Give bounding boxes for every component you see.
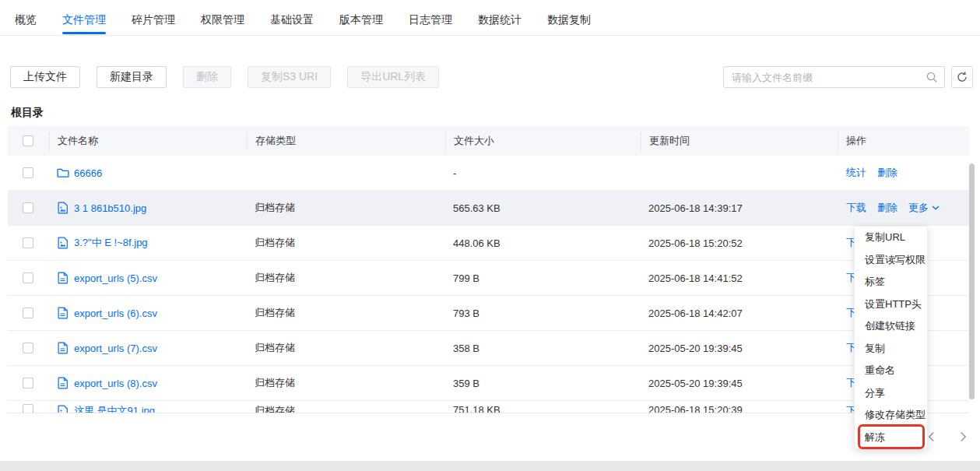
file-name-link[interactable]: export_urls (7).csv xyxy=(74,343,157,354)
image-file-icon xyxy=(57,202,69,214)
delete-link[interactable]: 删除 xyxy=(877,201,897,215)
tab-file-management[interactable]: 文件管理 xyxy=(62,13,106,27)
file-size-cell: 751.18 KB xyxy=(445,401,641,413)
next-page-button[interactable] xyxy=(960,431,967,442)
chevron-right-icon xyxy=(960,431,967,442)
tab-data-statistics[interactable]: 数据统计 xyxy=(478,13,522,27)
update-time-cell: 2025-06-18 14:39:17 xyxy=(641,202,838,214)
row-checkbox[interactable] xyxy=(23,343,33,353)
download-link[interactable]: 下载 xyxy=(846,201,866,215)
file-name-link[interactable]: export_urls (6).csv xyxy=(74,308,157,319)
file-size-cell: 448.06 KB xyxy=(445,237,641,249)
row-checkbox[interactable] xyxy=(23,378,33,388)
refresh-button[interactable] xyxy=(951,66,973,88)
table-header: 文件名称 存储类型 文件大小 更新时间 操作 xyxy=(8,126,969,156)
storage-type-cell: 归档存储 xyxy=(247,401,445,413)
row-checkbox[interactable] xyxy=(23,308,33,318)
tab-basic-settings[interactable]: 基础设置 xyxy=(270,13,314,27)
search-input[interactable] xyxy=(732,72,926,83)
update-time-cell: 2025-06-18 14:42:07 xyxy=(641,308,838,319)
row-checkbox[interactable] xyxy=(23,202,33,213)
more-actions-menu: 复制URL 设置读写权限 标签 设置HTTP头 创建软链接 复制 重命名 分享 … xyxy=(854,226,928,449)
file-size-cell: - xyxy=(445,167,641,179)
statistics-link[interactable]: 统计 xyxy=(846,166,866,180)
table-row: 3 1 861b510.jpg 归档存储 565.63 KB 2025-06-1… xyxy=(8,191,969,226)
table-row: 这里 是中文91.jpg 归档存储 751.18 KB 2025-06-18 1… xyxy=(8,401,969,413)
menu-item-set-rw-permission[interactable]: 设置读写权限 xyxy=(855,249,927,272)
toolbar: 上传文件 新建目录 删除 复制S3 URI 导出URL列表 xyxy=(10,66,973,88)
image-file-icon xyxy=(57,405,69,413)
update-time-cell: 2025-06-18 14:41:52 xyxy=(641,272,838,284)
prev-page-button[interactable] xyxy=(928,431,935,442)
upload-file-button[interactable]: 上传文件 xyxy=(10,66,80,88)
file-size-cell: 358 B xyxy=(445,343,641,354)
menu-item-share[interactable]: 分享 xyxy=(855,382,927,405)
file-name-link[interactable]: 3.?"中 E !~8f.jpg xyxy=(74,236,148,250)
table-scrollbar[interactable] xyxy=(969,163,975,399)
row-checkbox[interactable] xyxy=(23,167,33,178)
column-header-action: 操作 xyxy=(838,132,969,150)
menu-item-change-storage-class[interactable]: 修改存储类型 xyxy=(855,404,927,427)
tab-data-replication[interactable]: 数据复制 xyxy=(547,13,591,27)
delete-link[interactable]: 删除 xyxy=(877,166,897,180)
tab-bar: 概览 文件管理 碎片管理 权限管理 基础设置 版本管理 日志管理 数据统计 数据… xyxy=(0,0,980,36)
root-directory-label: 根目录 xyxy=(11,106,44,118)
delete-button[interactable]: 删除 xyxy=(183,66,231,88)
menu-item-set-http-header[interactable]: 设置HTTP头 xyxy=(855,293,927,316)
table-body: 66666 - 统计 删除 3 1 861b510.jpg xyxy=(8,156,969,413)
file-management-page: 概览 文件管理 碎片管理 权限管理 基础设置 版本管理 日志管理 数据统计 数据… xyxy=(0,0,980,471)
menu-item-create-symlink[interactable]: 创建软链接 xyxy=(855,315,927,338)
table-row: export_urls (6).csv 归档存储 793 B 2025-06-1… xyxy=(8,296,969,331)
storage-type-cell: 归档存储 xyxy=(247,376,445,390)
refresh-icon xyxy=(956,71,968,83)
file-size-cell: 799 B xyxy=(445,272,641,284)
file-size-cell: 793 B xyxy=(445,308,641,319)
file-table: 文件名称 存储类型 文件大小 更新时间 操作 66666 - 统计 xyxy=(8,126,969,413)
csv-file-icon xyxy=(57,272,69,284)
column-header-size: 文件大小 xyxy=(445,132,641,150)
bottom-strip xyxy=(0,461,980,471)
folder-icon xyxy=(57,167,69,179)
storage-type-cell: 归档存储 xyxy=(247,341,445,355)
menu-item-restore[interactable]: 解冻 xyxy=(855,427,927,449)
row-checkbox[interactable] xyxy=(23,237,33,248)
file-size-cell: 565.63 KB xyxy=(445,202,641,214)
copy-s3-uri-button[interactable]: 复制S3 URI xyxy=(248,66,331,88)
menu-item-copy[interactable]: 复制 xyxy=(855,338,927,360)
row-checkbox[interactable] xyxy=(23,272,33,283)
file-name-link[interactable]: export_urls (5).csv xyxy=(74,272,157,284)
menu-item-copy-url[interactable]: 复制URL xyxy=(855,227,927,249)
export-url-list-button[interactable]: 导出URL列表 xyxy=(347,66,439,88)
new-directory-button[interactable]: 新建目录 xyxy=(97,66,167,88)
menu-item-tags[interactable]: 标签 xyxy=(855,271,927,293)
file-name-link[interactable]: export_urls (8).csv xyxy=(74,378,157,389)
file-size-cell: 359 B xyxy=(445,378,641,389)
update-time-cell: 2025-06-18 15:20:52 xyxy=(641,237,838,249)
row-checkbox[interactable] xyxy=(23,404,33,413)
csv-file-icon xyxy=(57,377,69,389)
storage-type-cell: 归档存储 xyxy=(247,271,445,285)
file-name-link[interactable]: 66666 xyxy=(74,167,102,179)
select-all-checkbox[interactable] xyxy=(23,135,33,146)
table-row: 3.?"中 E !~8f.jpg 归档存储 448.06 KB 2025-06-… xyxy=(8,226,969,261)
file-name-link[interactable]: 3 1 861b510.jpg xyxy=(74,202,146,214)
tab-log-management[interactable]: 日志管理 xyxy=(409,13,452,27)
more-link[interactable]: 更多 xyxy=(908,201,940,215)
tab-permission-management[interactable]: 权限管理 xyxy=(201,13,244,27)
menu-item-rename[interactable]: 重命名 xyxy=(855,360,927,382)
column-header-name: 文件名称 xyxy=(49,132,247,150)
table-row: export_urls (5).csv 归档存储 799 B 2025-06-1… xyxy=(8,261,969,296)
tab-fragment-management[interactable]: 碎片管理 xyxy=(132,13,175,27)
update-time-cell: 2025-05-20 19:39:45 xyxy=(641,378,838,389)
column-header-storage: 存储类型 xyxy=(247,132,445,150)
storage-type-cell: 归档存储 xyxy=(247,306,445,320)
table-row: 66666 - 统计 删除 xyxy=(8,156,969,191)
search-icon xyxy=(926,71,938,83)
file-name-link[interactable]: 这里 是中文91.jpg xyxy=(74,404,155,413)
csv-file-icon xyxy=(57,307,69,319)
breadcrumb: 根目录 xyxy=(11,106,44,120)
tab-version-management[interactable]: 版本管理 xyxy=(339,13,383,27)
table-row: export_urls (8).csv 归档存储 359 B 2025-05-2… xyxy=(8,366,969,401)
tab-overview[interactable]: 概览 xyxy=(15,13,37,27)
table-row: export_urls (7).csv 归档存储 358 B 2025-05-2… xyxy=(8,331,969,366)
